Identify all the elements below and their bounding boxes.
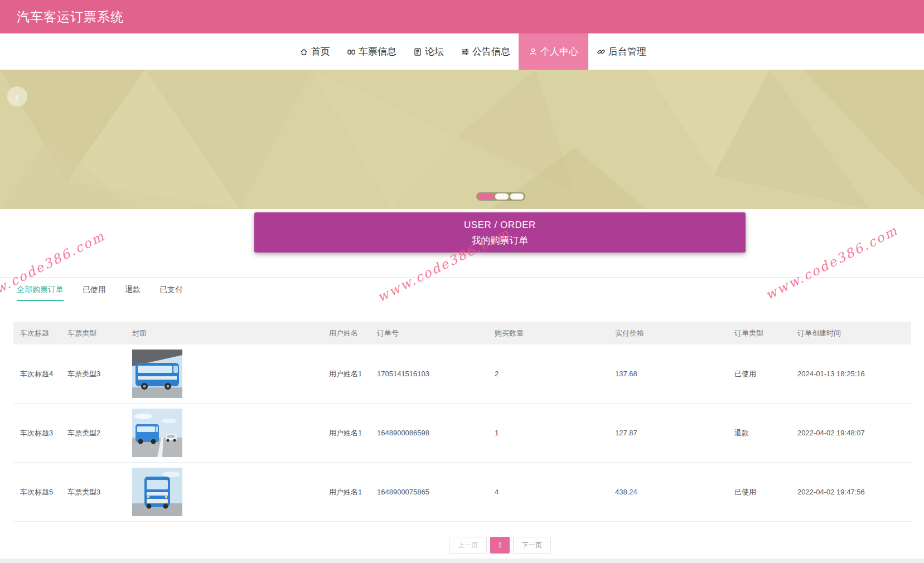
- cell-order-no: 1648900086598: [377, 429, 495, 437]
- cell-quantity: 2: [495, 370, 615, 378]
- cover-image: [132, 409, 182, 457]
- tab-refund[interactable]: 退款: [125, 285, 141, 301]
- cell-ticket-type: 车票类型2: [67, 428, 132, 438]
- cell-user-name: 用户姓名1: [329, 369, 377, 379]
- cell-ticket-type: 车票类型3: [67, 487, 132, 497]
- link-icon: [597, 47, 606, 56]
- col-header: 订单号: [377, 328, 495, 338]
- nav-item-label: 个人中心: [540, 45, 578, 58]
- order-tabs: 全部购票订单 已使用 退款 已支付: [17, 285, 924, 301]
- carousel-indicators: [476, 192, 525, 201]
- section-banner: USER / ORDER 我的购票订单: [254, 212, 746, 253]
- col-header: 实付价格: [615, 328, 734, 338]
- tab-paid[interactable]: 已支付: [159, 285, 183, 301]
- col-header: 购买数量: [495, 328, 615, 338]
- carousel-dot[interactable]: [510, 193, 524, 200]
- chevron-left-icon: ‹: [16, 91, 20, 102]
- cover-image: [132, 468, 182, 516]
- nav-item-label: 首页: [311, 45, 330, 58]
- ticket-icon: [347, 47, 356, 56]
- col-header: 车次标题: [20, 328, 67, 338]
- forum-icon: [413, 47, 422, 56]
- carousel-prev-button[interactable]: ‹: [7, 86, 27, 106]
- cell-created-time: 2022-04-02 19:47:56: [797, 488, 911, 496]
- cell-order-type: 已使用: [734, 369, 797, 379]
- cell-price: 438.24: [615, 488, 734, 496]
- cell-created-time: 2022-04-02 19:48:07: [797, 429, 911, 437]
- tab-used[interactable]: 已使用: [83, 285, 106, 301]
- footer-strip: [0, 559, 924, 563]
- pagination-prev-button[interactable]: 上一页: [449, 537, 487, 554]
- nav-item-forum[interactable]: 论坛: [405, 33, 452, 70]
- nav-item-admin[interactable]: 后台管理: [588, 33, 655, 70]
- nav-item-label: 公告信息: [472, 45, 510, 58]
- cell-price: 137.68: [615, 370, 734, 378]
- cover-image: [132, 350, 182, 398]
- orders-table: 车次标题 车票类型 封面 用户姓名 订单号 购买数量 实付价格 订单类型 订单创…: [13, 322, 911, 522]
- tab-all-orders[interactable]: 全部购票订单: [17, 285, 64, 301]
- app-title: 汽车客运订票系统: [17, 8, 124, 26]
- nav-item-label: 后台管理: [608, 45, 646, 58]
- carousel-dot[interactable]: [478, 193, 494, 200]
- col-header: 订单创建时间: [797, 328, 911, 338]
- table-header-row: 车次标题 车票类型 封面 用户姓名 订单号 购买数量 实付价格 订单类型 订单创…: [13, 322, 911, 344]
- cell-order-type: 退款: [734, 428, 797, 438]
- notice-icon: [461, 47, 470, 56]
- col-header: 封面: [132, 328, 329, 338]
- banner-pattern: [0, 70, 924, 209]
- cell-order-type: 已使用: [734, 487, 797, 497]
- cell-trip-title: 车次标题4: [20, 369, 67, 379]
- nav-item-label: 车票信息: [359, 45, 396, 58]
- cell-order-no: 1705141516103: [377, 370, 495, 378]
- pagination: 上一页 1 下一页: [0, 537, 924, 554]
- col-header: 用户姓名: [329, 328, 377, 338]
- cell-trip-title: 车次标题5: [20, 487, 67, 497]
- nav-item-home[interactable]: 首页: [291, 33, 338, 70]
- cell-user-name: 用户姓名1: [329, 428, 377, 438]
- pagination-current-page[interactable]: 1: [490, 537, 510, 554]
- pagination-next-button[interactable]: 下一页: [513, 537, 551, 554]
- col-header: 车票类型: [67, 328, 132, 338]
- cell-ticket-type: 车票类型3: [67, 369, 132, 379]
- cell-user-name: 用户姓名1: [329, 487, 377, 497]
- table-row: 车次标题5 车票类型3 用户姓名1 1648900075865 4 438.2: [13, 463, 911, 522]
- cell-quantity: 1: [495, 429, 615, 437]
- cell-order-no: 1648900075865: [377, 488, 495, 496]
- cell-price: 127.87: [615, 429, 734, 437]
- home-icon: [299, 47, 308, 56]
- cell-trip-title: 车次标题3: [20, 428, 67, 438]
- main-nav: 首页 车票信息 论坛 公告信息 个人中心 后台管理: [0, 33, 924, 70]
- cell-created-time: 2024-01-13 18:25:16: [797, 370, 911, 378]
- section-banner-title-zh: 我的购票订单: [254, 234, 746, 247]
- table-row: 车次标题3 车票类型2 用户姓名1: [13, 404, 911, 463]
- hero-carousel: ‹: [0, 70, 924, 209]
- nav-item-notices[interactable]: 公告信息: [452, 33, 519, 70]
- carousel-dot[interactable]: [495, 193, 509, 200]
- table-row: 车次标题4 车票类型3 用户姓名1 1705141516103 2 137.6: [13, 344, 911, 404]
- order-tabs-section: 全部购票订单 已使用 退款 已支付: [0, 277, 924, 297]
- col-header: 订单类型: [734, 328, 797, 338]
- app-header: 汽车客运订票系统: [0, 0, 924, 33]
- user-icon: [529, 47, 538, 56]
- nav-item-label: 论坛: [425, 45, 444, 58]
- section-banner-title-en: USER / ORDER: [254, 220, 746, 231]
- nav-item-user-center[interactable]: 个人中心: [519, 33, 588, 70]
- cell-quantity: 4: [495, 488, 615, 496]
- nav-item-tickets[interactable]: 车票信息: [338, 33, 405, 70]
